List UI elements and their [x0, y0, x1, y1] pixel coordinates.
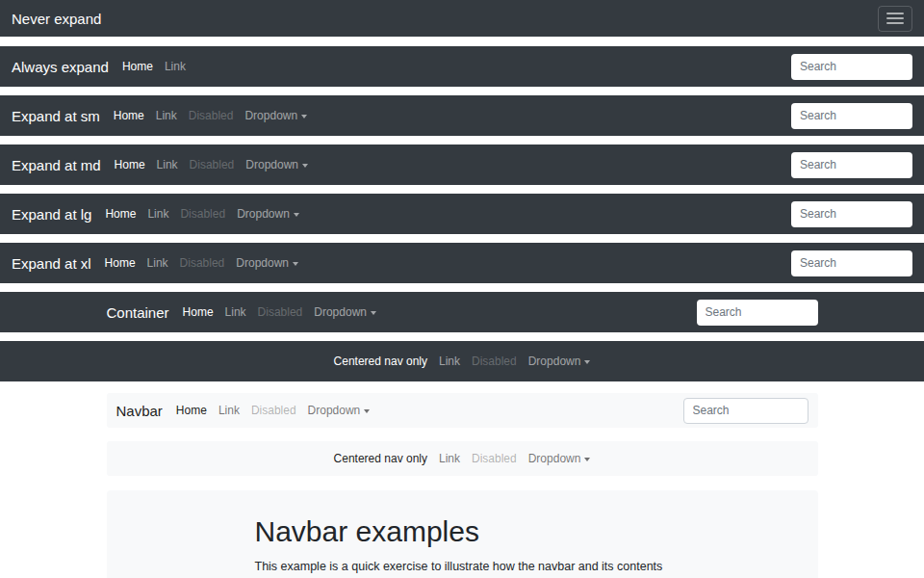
nav-item-link[interactable]: Link	[433, 355, 466, 368]
nav-item-dropdown[interactable]: Dropdown	[523, 452, 597, 465]
chevron-down-icon	[302, 164, 308, 168]
nav-item-disabled: Disabled	[466, 355, 523, 368]
navbar-toggler-button[interactable]	[878, 6, 912, 32]
chevron-down-icon	[584, 360, 590, 364]
navbar-nav: Home Link Disabled Dropdown	[170, 404, 375, 417]
search-input[interactable]	[791, 103, 912, 129]
jumbotron: Navbar examples This example is a quick …	[107, 490, 818, 578]
search-input[interactable]	[683, 398, 808, 424]
nav-item-disabled: Disabled	[252, 305, 309, 319]
nav-item-home[interactable]: Home	[109, 158, 151, 171]
nav-item-dropdown[interactable]: Dropdown	[230, 256, 304, 270]
search-input[interactable]	[791, 250, 912, 276]
navbar-brand-expand-sm[interactable]: Expand at sm	[12, 108, 100, 124]
navbar-brand-light[interactable]: Navbar	[116, 403, 163, 419]
nav-item-dropdown[interactable]: Dropdown	[308, 305, 382, 319]
navbar-centered-light: Centered nav only Link Disabled Dropdown	[107, 441, 818, 476]
page-title: Navbar examples	[255, 515, 774, 548]
navbar-brand-never-expand[interactable]: Never expand	[12, 11, 101, 27]
chevron-down-icon	[293, 262, 298, 266]
navbar-brand-always-expand[interactable]: Always expand	[12, 59, 109, 75]
chevron-down-icon	[364, 409, 370, 413]
navbar-always-expand: Always expand Home Link	[0, 46, 924, 87]
chevron-down-icon	[301, 115, 307, 118]
search-input[interactable]	[697, 300, 818, 326]
navbar-expand-at-sm: Expand at sm Home Link Disabled Dropdown	[0, 95, 924, 136]
nav-item-disabled: Disabled	[183, 109, 240, 122]
navbar-brand-container[interactable]: Container	[107, 304, 169, 321]
search-input[interactable]	[791, 152, 912, 178]
nav-item-disabled: Disabled	[174, 256, 231, 270]
nav-item-home[interactable]: Home	[108, 109, 150, 122]
navbar-nav-centered: Centered nav only Link Disabled Dropdown	[328, 452, 597, 465]
nav-item-link[interactable]: Link	[219, 305, 252, 319]
navbar-brand-expand-lg[interactable]: Expand at lg	[12, 206, 91, 223]
nav-item-home[interactable]: Home	[177, 305, 219, 319]
navbar-brand-expand-md[interactable]: Expand at md	[12, 157, 101, 173]
navbar-expand-at-lg: Expand at lg Home Link Disabled Dropdown	[0, 194, 924, 234]
nav-item-home[interactable]: Home	[99, 207, 141, 221]
navbar-container: Container Home Link Disabled Dropdown	[0, 292, 924, 332]
nav-item-dropdown[interactable]: Dropdown	[239, 109, 313, 122]
nav-item-link[interactable]: Link	[141, 207, 174, 221]
intro-paragraph: This example is a quick exercise to illu…	[255, 558, 680, 578]
nav-item-dropdown[interactable]: Dropdown	[240, 158, 314, 171]
navbar-light: Navbar Home Link Disabled Dropdown	[107, 393, 818, 428]
nav-item-disabled: Disabled	[466, 452, 523, 465]
navbar-container-inner: Container Home Link Disabled Dropdown	[107, 300, 818, 326]
navbar-nav: Home Link Disabled Dropdown	[108, 109, 313, 122]
navbar-expand-at-md: Expand at md Home Link Disabled Dropdown	[0, 144, 924, 185]
search-input[interactable]	[791, 201, 912, 227]
navbar-nav: Home Link Disabled Dropdown	[177, 305, 382, 319]
navbar-nav: Home Link Disabled Dropdown	[99, 256, 304, 270]
nav-item-centered-nav-only[interactable]: Centered nav only	[328, 452, 433, 465]
nav-item-link[interactable]: Link	[151, 158, 184, 171]
nav-item-home[interactable]: Home	[99, 256, 141, 270]
nav-item-dropdown[interactable]: Dropdown	[231, 207, 305, 221]
navbar-expand-at-xl: Expand at xl Home Link Disabled Dropdown	[0, 243, 924, 283]
nav-item-link[interactable]: Link	[141, 256, 174, 270]
nav-item-dropdown[interactable]: Dropdown	[302, 404, 376, 417]
nav-item-link[interactable]: Link	[150, 109, 183, 122]
chevron-down-icon	[371, 311, 376, 315]
navbar-centered-dark: Centered nav only Link Disabled Dropdown	[0, 341, 924, 381]
navbar-nav: Home Link	[116, 60, 192, 73]
hamburger-menu-icon	[886, 13, 904, 14]
navbar-nav: Home Link Disabled Dropdown	[99, 207, 304, 221]
chevron-down-icon	[294, 213, 299, 217]
navbar-brand-expand-xl[interactable]: Expand at xl	[12, 255, 91, 272]
nav-item-disabled: Disabled	[174, 207, 231, 221]
navbar-never-expand: Never expand	[0, 0, 924, 37]
nav-item-disabled: Disabled	[184, 158, 241, 171]
nav-item-link[interactable]: Link	[159, 60, 192, 73]
chevron-down-icon	[584, 458, 590, 461]
nav-item-link[interactable]: Link	[433, 452, 466, 465]
nav-item-dropdown[interactable]: Dropdown	[523, 355, 597, 368]
nav-item-disabled: Disabled	[245, 404, 302, 417]
navbar-nav-centered: Centered nav only Link Disabled Dropdown	[328, 355, 597, 368]
nav-item-home[interactable]: Home	[170, 404, 213, 417]
nav-item-link[interactable]: Link	[213, 404, 245, 417]
nav-item-home[interactable]: Home	[116, 60, 159, 73]
navbar-nav: Home Link Disabled Dropdown	[109, 158, 314, 171]
search-input[interactable]	[791, 54, 912, 80]
nav-item-centered-nav-only[interactable]: Centered nav only	[328, 355, 433, 368]
